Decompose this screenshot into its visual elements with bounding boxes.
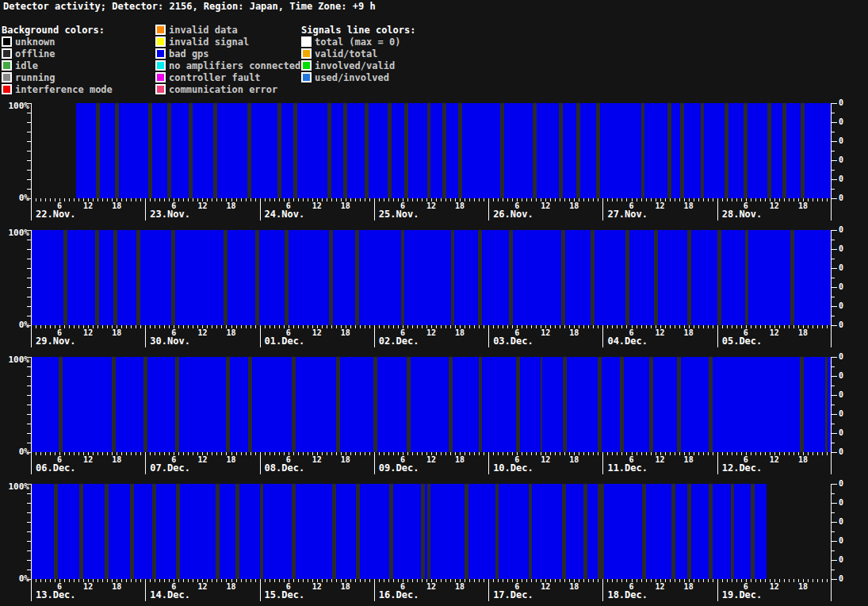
hour-tick [469, 452, 470, 455]
right-axis-minor-tick [832, 189, 835, 190]
activity-segment [340, 357, 373, 452]
hour-tick [646, 452, 647, 455]
activity-segment [289, 230, 329, 325]
activity-segment [771, 103, 782, 198]
hour-tick [369, 579, 370, 582]
hour-tick [626, 325, 627, 328]
activity-segment [31, 230, 63, 325]
hour-tick [708, 325, 709, 328]
hour-tick [484, 579, 484, 582]
hour-label: 18 [112, 456, 121, 464]
hour-tick [621, 198, 622, 201]
hour-tick [536, 325, 537, 328]
right-axis-label: 0 [839, 409, 850, 419]
hour-tick [265, 452, 266, 455]
hour-tick [526, 325, 527, 328]
right-axis-label: 0 [839, 136, 850, 146]
hour-tick [474, 198, 475, 201]
hour-tick [526, 579, 527, 582]
hour-tick [69, 198, 70, 201]
activity-segment [658, 230, 688, 325]
hour-tick [536, 452, 537, 455]
hour-tick [813, 579, 813, 582]
hour-tick [822, 579, 823, 582]
hour-label: 18 [798, 202, 808, 210]
activity-segment [369, 103, 388, 198]
hour-tick [579, 325, 579, 328]
hour-tick [484, 325, 484, 328]
hour-tick [751, 452, 751, 455]
hour-tick [250, 325, 251, 328]
hour-tick [336, 198, 337, 201]
hour-tick [360, 198, 361, 201]
hour-tick [755, 579, 756, 582]
hour-tick [236, 325, 237, 328]
activity-segment [721, 230, 745, 325]
hour-tick [64, 325, 65, 328]
right-axis-label: 0 [839, 447, 850, 457]
hour-tick [322, 325, 323, 328]
activity-segment [794, 230, 832, 325]
hour-tick [107, 452, 108, 455]
right-axis-label: 0 [839, 390, 850, 400]
activity-segment [336, 484, 356, 579]
hour-tick [436, 198, 437, 201]
hour-label: 12 [656, 456, 665, 464]
hour-tick [221, 452, 222, 455]
hour-tick [365, 579, 365, 582]
activity-segment [468, 484, 495, 579]
activity-segment [140, 230, 171, 325]
hour-tick [336, 579, 337, 582]
hour-tick [598, 452, 598, 455]
hour-tick [178, 198, 179, 201]
hour-tick [698, 579, 699, 582]
hour-tick [822, 198, 823, 201]
hour-tick [393, 325, 394, 328]
hour-tick [121, 198, 122, 201]
activity-segment [360, 484, 389, 579]
y-axis-tick [27, 570, 31, 570]
hour-tick [641, 325, 642, 328]
hour-tick [626, 198, 627, 201]
activity-segment [681, 357, 709, 452]
hour-tick [665, 452, 666, 455]
hour-tick [74, 325, 75, 328]
right-axis-tick [832, 452, 837, 453]
hour-label: 18 [455, 456, 465, 464]
hour-tick [55, 325, 55, 328]
right-axis-tick [832, 579, 837, 580]
hour-tick [40, 579, 41, 582]
activity-segment [347, 103, 365, 198]
right-axis-tick [832, 522, 837, 523]
hour-tick [270, 198, 270, 201]
hour-tick [350, 452, 351, 455]
hour-tick [136, 325, 136, 328]
hour-tick [131, 579, 132, 582]
hour-tick [498, 198, 499, 201]
hour-tick [722, 198, 723, 201]
hour-tick [732, 325, 732, 328]
hour-tick [355, 325, 356, 328]
activity-segment [482, 357, 516, 452]
hour-tick [507, 452, 508, 455]
hour-tick [526, 452, 527, 455]
hour-tick [760, 452, 761, 455]
hour-tick [155, 452, 155, 455]
activity-segment [251, 103, 277, 198]
hour-tick [550, 198, 551, 201]
detector-activity-page: Detector activity; Detector: 2156, Regio… [0, 0, 868, 606]
hour-tick [102, 198, 103, 201]
hour-tick [98, 452, 98, 455]
hour-tick [755, 325, 756, 328]
hour-label: 18 [112, 329, 121, 337]
hour-label: 12 [656, 329, 665, 337]
hour-tick [484, 198, 484, 201]
hour-tick [107, 198, 108, 201]
hour-tick [789, 198, 790, 201]
hour-tick [651, 198, 652, 201]
hour-label: 18 [341, 202, 350, 210]
activity-segment [179, 357, 227, 452]
hour-tick [250, 198, 251, 201]
hour-tick [150, 452, 151, 455]
hour-tick [384, 325, 384, 328]
